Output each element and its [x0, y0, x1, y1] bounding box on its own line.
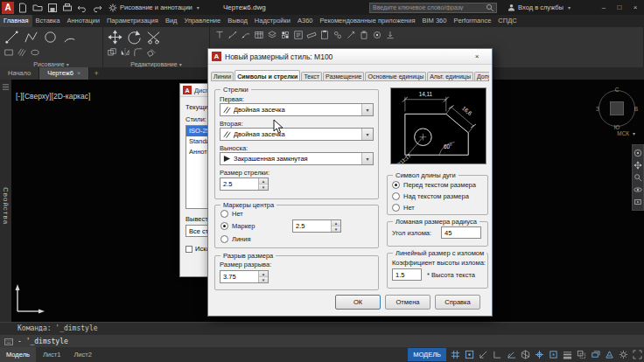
- jog-height-factor-input[interactable]: 1.5: [392, 268, 422, 281]
- ribbon-tab-home[interactable]: Главная: [0, 15, 32, 27]
- polar-tracking-icon[interactable]: [505, 348, 518, 361]
- group-tool-icon[interactable]: [332, 30, 343, 40]
- ribbon-tab-addins[interactable]: Надстройки: [251, 15, 294, 27]
- viewcube-cube[interactable]: [610, 101, 624, 115]
- center-mark-line-radio[interactable]: Линия: [220, 235, 251, 243]
- autocad-logo[interactable]: A: [2, 2, 14, 14]
- viewcube-west-label[interactable]: З: [596, 106, 599, 112]
- center-mark-size-spinner[interactable]: 2.5 ▴▾: [292, 219, 341, 233]
- close-button[interactable]: ×: [627, 2, 643, 14]
- second-arrowhead-select[interactable]: Двойная засечка ▾: [220, 128, 374, 141]
- cancel-button[interactable]: Отмена: [385, 295, 430, 310]
- workspace-switcher[interactable]: Рисование и аннотации ▾: [106, 3, 202, 12]
- infer-constraints-icon[interactable]: [477, 348, 490, 361]
- help-search-box[interactable]: [369, 3, 497, 13]
- arc-tool-icon[interactable]: [61, 29, 78, 45]
- new-file-icon[interactable]: [17, 2, 29, 13]
- clipboard-tool-icon[interactable]: [359, 30, 369, 40]
- arc-symbol-none-radio[interactable]: Нет: [392, 204, 415, 212]
- combo-dropdown-button[interactable]: ▾: [361, 153, 373, 164]
- paste-tool-icon[interactable]: [319, 30, 330, 40]
- viewcube-east-label[interactable]: В: [634, 106, 638, 112]
- tab-text[interactable]: Текст: [301, 72, 322, 80]
- tab-symbols-arrows[interactable]: Символы и стрелки: [234, 70, 300, 80]
- ribbon-tab-spds[interactable]: СПДС: [494, 15, 520, 27]
- pan-icon[interactable]: [634, 161, 642, 170]
- object-snap-icon[interactable]: [547, 348, 560, 361]
- open-file-icon[interactable]: [32, 2, 44, 13]
- save-icon[interactable]: [46, 2, 59, 13]
- annotation-scale-icon[interactable]: [603, 348, 616, 361]
- maximize-button[interactable]: □: [612, 2, 627, 14]
- first-arrowhead-select[interactable]: Двойная засечка ▾: [220, 103, 374, 116]
- zoom-icon[interactable]: [634, 173, 642, 182]
- properties-tool-icon[interactable]: [293, 30, 304, 40]
- line-tool-icon[interactable]: [4, 29, 20, 45]
- layout-tab-list2[interactable]: Лист2: [67, 347, 97, 362]
- ribbon-tab-a360[interactable]: A360: [294, 15, 317, 27]
- arc-symbol-before-radio[interactable]: Перед текстом размера: [392, 181, 476, 189]
- search-input[interactable]: [370, 4, 484, 10]
- mirror-tool-icon[interactable]: [120, 47, 130, 58]
- table-tool-icon[interactable]: [254, 30, 264, 40]
- lineweight-icon[interactable]: [561, 348, 574, 361]
- ribbon-tab-insert[interactable]: Вставка: [32, 15, 64, 27]
- copy-tool-icon[interactable]: [107, 47, 117, 58]
- center-mark-mark-radio[interactable]: Маркер: [220, 222, 255, 230]
- text-tool-icon[interactable]: [214, 30, 225, 40]
- object-snap-tracking-icon[interactable]: [533, 348, 546, 361]
- showmotion-icon[interactable]: [634, 198, 642, 206]
- dialog-titlebar[interactable]: A Новый размерный стиль: M100 ×: [208, 49, 492, 65]
- ribbon-tab-bim360[interactable]: BIM 360: [418, 15, 450, 27]
- redo-icon[interactable]: [91, 2, 103, 13]
- spin-down-icon[interactable]: ▾: [259, 184, 268, 190]
- layout-tab-list1[interactable]: Лист1: [37, 347, 66, 362]
- block-tool-icon[interactable]: [280, 30, 290, 40]
- undo-icon[interactable]: [76, 2, 88, 13]
- snap-toggle-icon[interactable]: [463, 348, 476, 361]
- rotate-tool-icon[interactable]: [126, 29, 143, 45]
- polyline-tool-icon[interactable]: [23, 29, 39, 45]
- insert-tool-icon[interactable]: [385, 30, 396, 40]
- orbit-icon[interactable]: [634, 185, 642, 194]
- fillet-tool-icon[interactable]: [133, 47, 144, 58]
- tab-lines[interactable]: Линии: [211, 72, 234, 80]
- center-mark-none-radio[interactable]: Нет: [220, 210, 243, 218]
- leader-arrowhead-select[interactable]: Закрашенная замкнутая ▾: [220, 152, 374, 165]
- file-tab-drawing[interactable]: Чертеж6×: [39, 67, 89, 80]
- workspace-gear-icon[interactable]: [617, 348, 630, 361]
- spin-down-icon[interactable]: ▾: [332, 226, 340, 232]
- viewcube-south-label[interactable]: Ю: [614, 124, 620, 130]
- ribbon-tab-performance[interactable]: Performance: [450, 15, 494, 27]
- ellipse-tool-icon[interactable]: [30, 47, 40, 58]
- arrow-size-spinner[interactable]: 2.5 ▴▾: [220, 178, 269, 191]
- tab-close-icon[interactable]: ×: [77, 67, 80, 80]
- file-tab-start[interactable]: Начало: [0, 67, 39, 80]
- break-size-spinner[interactable]: 3.75 ▴▾: [220, 270, 269, 283]
- combo-dropdown-button[interactable]: ▾: [361, 104, 373, 115]
- utilities-tool-icon[interactable]: [346, 30, 356, 40]
- layout-tab-model[interactable]: Модель: [0, 347, 36, 362]
- tab-fit[interactable]: Размещение: [323, 72, 364, 80]
- ribbon-tab-view[interactable]: Вид: [162, 15, 181, 27]
- tab-tolerances[interactable]: Допуски: [474, 72, 489, 80]
- model-space-badge[interactable]: МОДЕЛЬ: [408, 348, 446, 361]
- draw-panel-label[interactable]: Рисование▾: [0, 61, 102, 67]
- command-input-line[interactable]: - '_dimstyle: [0, 335, 644, 348]
- hatch-tool-icon[interactable]: [17, 47, 27, 58]
- measure-tool-icon[interactable]: [306, 30, 317, 40]
- dimension-tool-icon[interactable]: [228, 30, 238, 40]
- viewcube[interactable]: С В Ю З: [597, 88, 637, 129]
- leader-tool-icon[interactable]: [241, 30, 251, 40]
- minimize-button[interactable]: –: [596, 2, 612, 14]
- ok-button[interactable]: ОК: [335, 295, 381, 310]
- combo-dropdown-button[interactable]: ▾: [361, 129, 373, 140]
- new-tab-button[interactable]: +: [89, 67, 103, 80]
- modify-panel-label[interactable]: Редактирование▾: [103, 61, 209, 67]
- ucs-icon[interactable]: [14, 283, 46, 315]
- arc-symbol-above-radio[interactable]: Над текстом размера: [392, 192, 469, 200]
- properties-palette-tab[interactable]: Свойства: [2, 187, 10, 225]
- move-tool-icon[interactable]: [107, 29, 123, 45]
- dialog-close-button[interactable]: ×: [466, 51, 488, 62]
- wcs-dropdown[interactable]: МСК ▾: [617, 130, 635, 136]
